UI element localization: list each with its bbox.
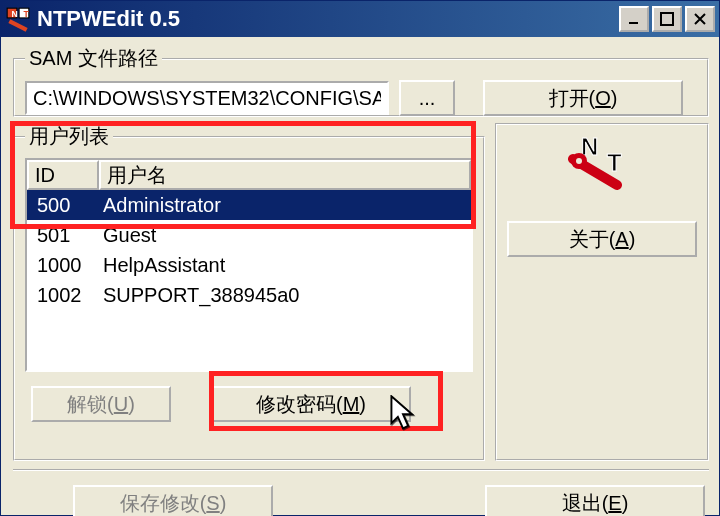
- titlebar[interactable]: N T NTPWEdit 0.5: [1, 1, 719, 37]
- sam-path-group: SAM 文件路径 ... 打开(O): [13, 45, 709, 117]
- browse-button[interactable]: ...: [399, 80, 455, 116]
- window-title: NTPWEdit 0.5: [37, 6, 619, 32]
- svg-text:T: T: [23, 9, 29, 19]
- open-button[interactable]: 打开(O): [483, 80, 683, 116]
- column-id[interactable]: ID: [27, 160, 99, 190]
- client-area: SAM 文件路径 ... 打开(O) 用户列表 ID 用户名 500Admini…: [7, 41, 713, 509]
- app-logo: N T: [567, 133, 637, 193]
- svg-rect-5: [661, 13, 673, 25]
- maximize-button[interactable]: [652, 6, 682, 32]
- userlist-group: 用户列表 ID 用户名 500Administrator501Guest1000…: [13, 123, 485, 461]
- cell-id: 1002: [27, 284, 99, 307]
- svg-text:T: T: [607, 149, 622, 176]
- cell-username: HelpAssistant: [99, 254, 471, 277]
- listview-header: ID 用户名: [27, 160, 471, 190]
- app-icon: N T: [5, 6, 31, 32]
- user-listview[interactable]: ID 用户名 500Administrator501Guest1000HelpA…: [25, 158, 473, 372]
- cell-username: SUPPORT_388945a0: [99, 284, 471, 307]
- about-button[interactable]: 关于(A): [507, 221, 697, 257]
- svg-text:N: N: [12, 9, 18, 19]
- svg-rect-4: [629, 22, 638, 24]
- close-button[interactable]: [685, 6, 715, 32]
- table-row[interactable]: 500Administrator: [27, 190, 471, 220]
- minimize-button[interactable]: [619, 6, 649, 32]
- app-window: N T NTPWEdit 0.5 SAM 文件路径 ...: [0, 0, 720, 516]
- unlock-button[interactable]: 解锁(U): [31, 386, 171, 422]
- exit-button[interactable]: 退出(E): [485, 485, 705, 516]
- bottom-bar: 保存修改(S) 退出(E): [13, 469, 709, 516]
- side-panel: N T 关于(A): [495, 123, 709, 461]
- table-row[interactable]: 1000HelpAssistant: [27, 250, 471, 280]
- cell-username: Guest: [99, 224, 471, 247]
- save-button[interactable]: 保存修改(S): [73, 485, 273, 516]
- userlist-legend: 用户列表: [25, 123, 113, 150]
- column-username[interactable]: 用户名: [99, 160, 471, 190]
- cell-id: 500: [27, 194, 99, 217]
- cell-id: 501: [27, 224, 99, 247]
- table-row[interactable]: 1002SUPPORT_388945a0: [27, 280, 471, 310]
- sam-path-input[interactable]: [25, 81, 389, 115]
- cell-username: Administrator: [99, 194, 471, 217]
- svg-point-9: [576, 158, 582, 164]
- sam-path-legend: SAM 文件路径: [25, 45, 162, 72]
- cell-id: 1000: [27, 254, 99, 277]
- table-row[interactable]: 501Guest: [27, 220, 471, 250]
- change-password-button[interactable]: 修改密码(M): [211, 386, 411, 422]
